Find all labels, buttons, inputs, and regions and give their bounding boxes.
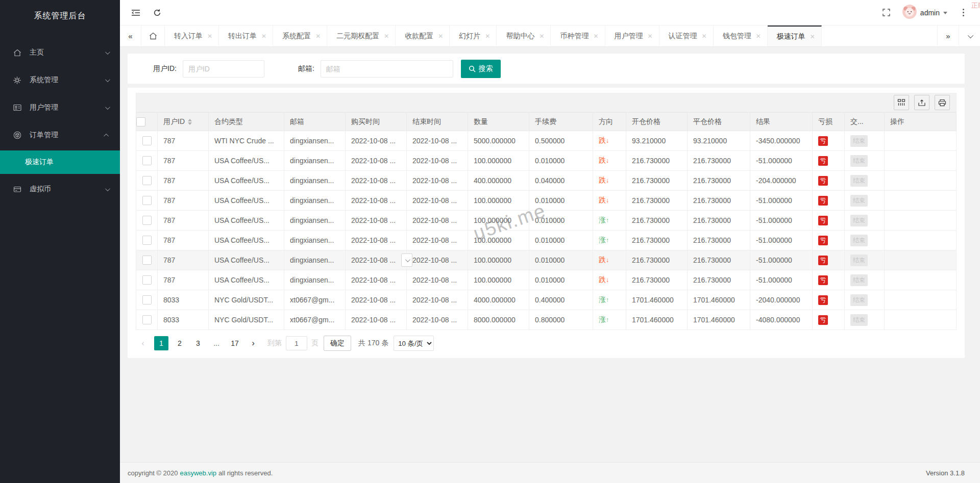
user-menu[interactable]: admin bbox=[897, 0, 952, 25]
jump-confirm-button[interactable]: 确定 bbox=[324, 336, 351, 351]
cell-loss: 亏 bbox=[813, 131, 845, 151]
user-id-input[interactable] bbox=[183, 60, 264, 78]
close-icon[interactable]: ✕ bbox=[539, 33, 544, 40]
close-icon[interactable]: ✕ bbox=[207, 33, 212, 40]
close-icon[interactable]: ✕ bbox=[384, 33, 389, 40]
jump-prefix-label: 到第 bbox=[267, 339, 282, 348]
email-input[interactable] bbox=[321, 60, 453, 78]
row-checkbox[interactable] bbox=[142, 236, 152, 245]
cell-loss: 亏 bbox=[813, 151, 845, 171]
close-icon[interactable]: ✕ bbox=[756, 33, 761, 40]
jump-page-input[interactable] bbox=[286, 336, 307, 350]
page-button-2[interactable]: 2 bbox=[173, 336, 187, 350]
row-checkbox[interactable] bbox=[142, 176, 152, 185]
close-icon[interactable]: ✕ bbox=[315, 33, 321, 40]
tab-label: 帮助中心 bbox=[506, 32, 534, 41]
tab-用户管理[interactable]: 用户管理✕ bbox=[605, 26, 659, 46]
table-row: 8033NYC Gold/USDT...xt0667@gm...2022-10-… bbox=[136, 290, 957, 310]
tab-极速订单[interactable]: 极速订单✕ bbox=[768, 26, 822, 46]
tabs-scroll-left-icon[interactable]: « bbox=[120, 26, 141, 46]
row-checkbox[interactable] bbox=[142, 136, 152, 145]
next-page-icon[interactable]: › bbox=[246, 336, 260, 350]
close-icon[interactable]: ✕ bbox=[593, 33, 598, 40]
per-page-select[interactable]: 10 条/页 bbox=[394, 336, 434, 351]
chevron-down-icon bbox=[105, 77, 110, 82]
row-checkbox[interactable] bbox=[142, 216, 152, 225]
close-icon[interactable]: ✕ bbox=[648, 33, 653, 40]
tab-钱包管理[interactable]: 钱包管理✕ bbox=[714, 26, 768, 46]
tab-转出订单[interactable]: 转出订单✕ bbox=[219, 26, 273, 46]
tab-帮助中心[interactable]: 帮助中心✕ bbox=[497, 26, 551, 46]
row-checkbox[interactable] bbox=[142, 315, 152, 324]
row-checkbox[interactable] bbox=[142, 295, 152, 304]
tab-币种管理[interactable]: 币种管理✕ bbox=[551, 26, 605, 46]
topbar-right: admin bbox=[876, 0, 974, 25]
more-vertical-icon[interactable] bbox=[952, 0, 974, 25]
cell-expand-grip[interactable] bbox=[401, 253, 412, 267]
column-header-10: 结果 bbox=[750, 113, 813, 131]
tab-转入订单[interactable]: 转入订单✕ bbox=[165, 26, 219, 46]
close-icon[interactable]: ✕ bbox=[261, 33, 266, 40]
print-button[interactable] bbox=[935, 95, 950, 110]
columns-filter-button[interactable] bbox=[894, 95, 909, 110]
cell-contract: NYC Gold/USDT... bbox=[209, 310, 284, 330]
cell-end-time: 2022-10-08 ... bbox=[407, 231, 468, 250]
cell-operation bbox=[885, 250, 957, 270]
sidebar-item-4[interactable]: 虚拟币 bbox=[0, 175, 120, 203]
tab-幻灯片[interactable]: 幻灯片✕ bbox=[450, 26, 497, 46]
sidebar-item-2[interactable]: 用户管理 bbox=[0, 94, 120, 121]
close-icon[interactable]: ✕ bbox=[485, 33, 490, 40]
row-checkbox[interactable] bbox=[142, 275, 152, 285]
collapse-menu-icon[interactable] bbox=[125, 0, 146, 25]
home-tab[interactable] bbox=[141, 26, 165, 46]
select-all-checkbox[interactable] bbox=[136, 117, 145, 126]
username: admin bbox=[920, 9, 940, 17]
fullscreen-icon[interactable] bbox=[876, 0, 897, 25]
column-header-3: 购买时间 bbox=[346, 113, 407, 131]
tab-label: 二元期权配置 bbox=[336, 32, 379, 41]
cell-status: 结束 bbox=[845, 131, 885, 151]
cell-result: -4080.000000 bbox=[750, 310, 813, 330]
row-checkbox[interactable] bbox=[142, 256, 152, 265]
cell-email: dingxiansen... bbox=[284, 151, 346, 171]
sort-icon[interactable] bbox=[188, 119, 192, 125]
sidebar-item-1[interactable]: 系统管理 bbox=[0, 66, 120, 94]
search-button[interactable]: 搜索 bbox=[461, 60, 501, 78]
close-icon[interactable]: ✕ bbox=[702, 33, 707, 40]
page-button-1[interactable]: 1 bbox=[154, 336, 168, 350]
export-button[interactable] bbox=[914, 95, 929, 110]
cell-contract: USA Coffee/US... bbox=[209, 211, 284, 231]
tabs-scroll-right-icon[interactable]: » bbox=[937, 26, 959, 46]
table-row: 787USA Coffee/US...dingxiansen...2022-10… bbox=[136, 191, 957, 211]
cell-email: xt0667@gm... bbox=[284, 310, 346, 330]
tabs-menu-icon[interactable] bbox=[959, 26, 980, 46]
easyweb-link[interactable]: easyweb.vip bbox=[180, 469, 216, 477]
row-checkbox[interactable] bbox=[142, 156, 152, 165]
page-button-3[interactable]: 3 bbox=[191, 336, 205, 350]
tab-认证管理[interactable]: 认证管理✕ bbox=[659, 26, 714, 46]
sidebar-item-0[interactable]: 主页 bbox=[0, 39, 120, 66]
cell-email: dingxiansen... bbox=[284, 171, 346, 191]
page-button-17[interactable]: 17 bbox=[228, 336, 242, 350]
row-checkbox[interactable] bbox=[142, 196, 152, 205]
search-icon bbox=[469, 65, 476, 72]
prev-page-icon[interactable]: ‹ bbox=[136, 336, 150, 350]
refresh-icon[interactable] bbox=[146, 0, 168, 25]
tab-二元期权配置[interactable]: 二元期权配置✕ bbox=[327, 26, 396, 46]
close-icon[interactable]: ✕ bbox=[438, 33, 443, 40]
sidebar-subitem[interactable]: 极速订单 bbox=[0, 150, 120, 174]
cell-email: dingxiansen... bbox=[284, 250, 346, 270]
tab-系统配置[interactable]: 系统配置✕ bbox=[273, 26, 327, 46]
cell-amount: 100.000000 bbox=[468, 191, 529, 211]
close-icon[interactable]: ✕ bbox=[810, 33, 815, 40]
cell-fee: 0.500000 bbox=[529, 131, 593, 151]
cell-buy-time: 2022-10-08 ... bbox=[346, 211, 407, 231]
sidebar-item-3[interactable]: 订单管理 bbox=[0, 121, 120, 149]
cell-amount: 5000.000000 bbox=[468, 131, 529, 151]
tab-收款配置[interactable]: 收款配置✕ bbox=[396, 26, 450, 46]
direction-label: 涨 bbox=[599, 295, 606, 303]
cell-loss: 亏 bbox=[813, 290, 845, 310]
loss-badge: 亏 bbox=[818, 156, 828, 166]
cell-loss: 亏 bbox=[813, 270, 845, 290]
cell-contract: USA Coffee/US... bbox=[209, 250, 284, 270]
